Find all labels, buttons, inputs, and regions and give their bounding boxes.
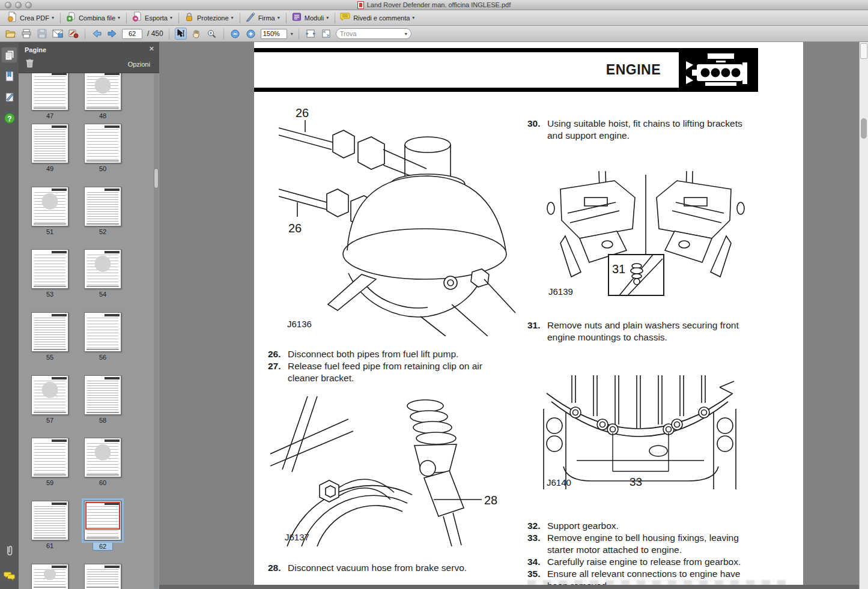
find-field[interactable]: ▾ (336, 28, 411, 39)
button-label: Protezione (197, 14, 229, 22)
figure-callout: 33 (630, 476, 642, 488)
rivedi-e-commenta-button[interactable]: Rivedi e commenta ▾ (337, 11, 419, 25)
open-file-button[interactable] (5, 28, 17, 40)
find-dropdown-arrow[interactable]: ▾ (405, 31, 407, 37)
thumbnail-image[interactable] (31, 312, 68, 352)
attachments-panel-tab[interactable] (1, 542, 17, 558)
moduli-button[interactable]: Moduli ▾ (288, 11, 333, 25)
page-thumbnail-50[interactable]: 50 (84, 124, 121, 172)
close-window-button[interactable] (5, 2, 11, 8)
zoom-dropdown-arrow[interactable]: ▾ (291, 31, 293, 37)
step-number: 26. (268, 348, 288, 360)
page-thumbnail-54[interactable]: 54 (84, 249, 121, 298)
page-thumbnail-55[interactable]: 55 (31, 312, 68, 361)
thumbnail-sketch (87, 569, 118, 586)
combina-file-button[interactable]: Combina file ▾ (62, 11, 124, 25)
page-thumbnail-59[interactable]: 59 (31, 438, 68, 486)
thumbnail-sketch (34, 76, 65, 107)
thumbnail-image[interactable] (84, 375, 121, 415)
page-thumbnail-61[interactable]: 61 (31, 501, 68, 549)
figure-j6137: 28 J6137 (270, 396, 499, 546)
close-panel-button[interactable]: ✕ (149, 45, 154, 53)
thumbnail-image[interactable] (84, 501, 121, 540)
page-thumbnail-57[interactable]: 57 (31, 375, 68, 424)
bookmarks-panel-tab[interactable] (1, 68, 17, 84)
thumbnail-image[interactable] (84, 73, 121, 110)
howto-help-tab[interactable]: ? (1, 110, 17, 126)
panel-options-button[interactable]: Opzioni ▾ (128, 61, 154, 68)
page-thumbnail-62[interactable]: 62 (84, 501, 121, 551)
crea-pdf-button[interactable]: Crea PDF ▾ (4, 11, 58, 25)
scrollbar-thumb[interactable] (861, 118, 867, 139)
thumbnail-image[interactable] (31, 501, 68, 540)
fit-page-button[interactable] (320, 28, 332, 40)
step-text: Remove nuts and plain washers securing f… (547, 319, 763, 343)
previous-page-button[interactable] (91, 28, 103, 40)
minimize-window-button[interactable] (15, 2, 22, 8)
markup-stamp-button[interactable] (67, 28, 79, 40)
select-tool-button[interactable] (175, 28, 187, 40)
zoom-in-button[interactable] (245, 28, 257, 40)
panel-scrollbar-thumb[interactable] (154, 168, 159, 189)
page-thumbnail-52[interactable]: 52 (84, 187, 121, 235)
button-label: Esporta (145, 14, 168, 22)
delete-page-button[interactable] (26, 59, 34, 70)
page-thumbnail-53[interactable]: 53 (31, 249, 68, 298)
email-attach-button[interactable] (52, 28, 64, 40)
panel-title: Pagine (25, 46, 46, 53)
thumbnail-sketch (87, 192, 118, 223)
thumbnail-image[interactable] (84, 312, 121, 352)
page-thumbnail-48[interactable]: 48 (84, 73, 121, 119)
thumbnail-image[interactable] (31, 375, 68, 415)
document-scrollbar[interactable] (859, 42, 868, 589)
zoom-level-input[interactable] (261, 29, 287, 39)
page-number-input[interactable] (122, 29, 142, 39)
thumbnail-image[interactable] (31, 438, 68, 477)
page-thumbnail-49[interactable]: 49 (31, 124, 68, 172)
scrollbar-top-button[interactable] (860, 43, 867, 59)
page-thumbnail-60[interactable]: 60 (84, 438, 121, 486)
page-thumbnail-51[interactable]: 51 (31, 187, 68, 235)
panel-scrollbar[interactable] (154, 73, 159, 589)
step-number: 27. (268, 360, 288, 384)
thumbnail-image[interactable] (84, 187, 121, 226)
print-button[interactable] (20, 28, 32, 40)
step-number: 32. (527, 520, 547, 532)
comments-panel-tab[interactable] (1, 568, 17, 584)
marquee-zoom-button[interactable] (206, 28, 218, 40)
thumbnail-sketch (87, 76, 118, 107)
signatures-panel-tab[interactable] (1, 89, 17, 105)
thumbnail-image[interactable] (84, 249, 121, 289)
thumbnail-image[interactable] (31, 124, 68, 163)
step-text: Support gearbox. (547, 520, 763, 532)
thumbnail-image[interactable] (84, 124, 121, 163)
thumbnail-image[interactable] (31, 564, 68, 589)
thumbnail-image[interactable] (84, 438, 121, 477)
page-title: ENGINE (606, 62, 661, 78)
step-item: 26.Disconnect both pipes from fuel lift … (268, 348, 504, 360)
thumbnail-image[interactable] (31, 73, 68, 110)
task-toolbar: Crea PDF ▾ Combina file ▾ Esporta ▾ Prot… (0, 10, 868, 26)
page-thumbnail-58[interactable]: 58 (84, 375, 121, 424)
esporta-button[interactable]: Esporta ▾ (129, 11, 177, 25)
zoom-window-button[interactable] (25, 2, 32, 8)
page-thumbnail-64[interactable] (84, 564, 121, 589)
hand-tool-button[interactable] (190, 28, 202, 40)
thumbnail-image[interactable] (31, 187, 68, 226)
firma-button[interactable]: Firma ▾ (242, 11, 284, 25)
forms-icon (291, 11, 302, 25)
thumbnail-image[interactable] (84, 564, 121, 589)
page-thumbnail-47[interactable]: 47 (31, 73, 68, 119)
toolbar-separator (223, 28, 224, 39)
find-input[interactable] (340, 30, 405, 37)
next-page-button[interactable] (106, 28, 118, 40)
pages-panel-tab[interactable] (1, 47, 17, 63)
page-thumbnail-63[interactable] (31, 564, 68, 589)
page-thumbnail-56[interactable]: 56 (84, 312, 121, 361)
thumbnail-image[interactable] (31, 249, 68, 289)
fit-width-button[interactable] (305, 28, 317, 40)
save-button[interactable] (36, 28, 48, 40)
zoom-out-button[interactable] (229, 28, 241, 40)
protezione-button[interactable]: Protezione ▾ (181, 11, 238, 25)
acrobat-window: Land Rover Defender man. officina INGLES… (0, 0, 868, 589)
